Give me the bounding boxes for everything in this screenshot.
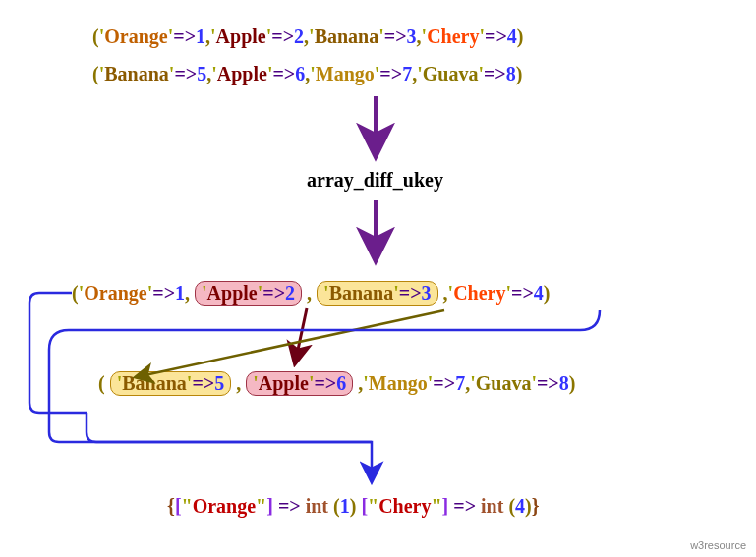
- mid2-key4: Guava: [476, 372, 532, 394]
- result-key1: Orange: [193, 495, 256, 517]
- array1-key3: Banana: [315, 26, 379, 47]
- array1-key1: Orange: [104, 26, 167, 47]
- array2-val3: 7: [402, 63, 412, 84]
- array1-row: ('Orange'=>1,'Apple'=>2,'Banana'=>3,'Che…: [92, 26, 524, 48]
- mid2-key2: Apple: [259, 372, 309, 394]
- result-int2: int: [481, 495, 503, 517]
- watermark-label: w3resource: [690, 539, 746, 551]
- array1-val4: 4: [507, 26, 517, 47]
- mid-array2-row: ( 'Banana'=>5 , 'Apple'=>6 ,'Mango'=>7,'…: [98, 371, 575, 396]
- result-val1: 1: [340, 495, 350, 517]
- array1-key2: Apple: [216, 26, 266, 47]
- mid2-val4: 8: [559, 372, 569, 394]
- mid1-key2: Apple: [207, 282, 258, 304]
- mid2-val3: 7: [455, 372, 465, 394]
- result-val2: 4: [515, 495, 525, 517]
- array1-val3: 3: [407, 26, 417, 47]
- function-name-label: array_diff_ukey: [307, 169, 443, 192]
- mid-array1-row: ('Orange'=>1, 'Apple'=>2 , 'Banana'=>3 ,…: [72, 281, 551, 306]
- mid1-val2: 2: [285, 282, 295, 304]
- mid1-val4: 4: [534, 282, 544, 304]
- arrow-banana-match-icon: [136, 310, 444, 377]
- array2-val2: 6: [295, 63, 305, 84]
- pill-apple-2: 'Apple'=>2: [195, 281, 302, 306]
- paren-close: ): [517, 26, 524, 47]
- arrow-chery-survive-icon: [49, 310, 600, 481]
- arrow-orange-survive-icon: [29, 293, 87, 413]
- mid2-key1: Banana: [122, 372, 187, 394]
- mid2-val1: 5: [214, 372, 224, 394]
- array2-key2: Apple: [217, 63, 267, 84]
- mid1-val3: 3: [422, 282, 432, 304]
- array2-val4: 8: [506, 63, 516, 84]
- paren-open: (: [92, 26, 99, 47]
- result-row: {["Orange"] => int (1) ["Chery"] => int …: [167, 495, 540, 518]
- pill-banana-5: 'Banana'=>5: [110, 371, 232, 396]
- arrow-join-bracket-icon: [87, 413, 372, 442]
- result-key2: Chery: [378, 495, 431, 517]
- array2-row: ('Banana'=>5,'Apple'=>6,'Mango'=>7,'Guav…: [92, 63, 522, 85]
- result-int1: int: [306, 495, 328, 517]
- pill-apple-6: 'Apple'=>6: [246, 371, 353, 396]
- array1-key4: Chery: [427, 26, 479, 47]
- mid1-val1: 1: [175, 282, 185, 304]
- mid2-key3: Mango: [369, 372, 428, 394]
- arrow-apple-match-icon: [295, 308, 307, 363]
- mid2-val2: 6: [336, 372, 346, 394]
- mid1-key4: Chery: [453, 282, 505, 304]
- array1-val1: 1: [196, 26, 205, 47]
- mid1-key3: Banana: [329, 282, 394, 304]
- array2-key3: Mango: [316, 63, 375, 84]
- mid1-key1: Orange: [84, 282, 146, 304]
- array2-key1: Banana: [104, 63, 169, 84]
- array1-val2: 2: [294, 26, 304, 47]
- pill-banana-3: 'Banana'=>3: [317, 281, 438, 306]
- array2-key4: Guava: [423, 63, 479, 84]
- array2-val1: 5: [197, 63, 206, 84]
